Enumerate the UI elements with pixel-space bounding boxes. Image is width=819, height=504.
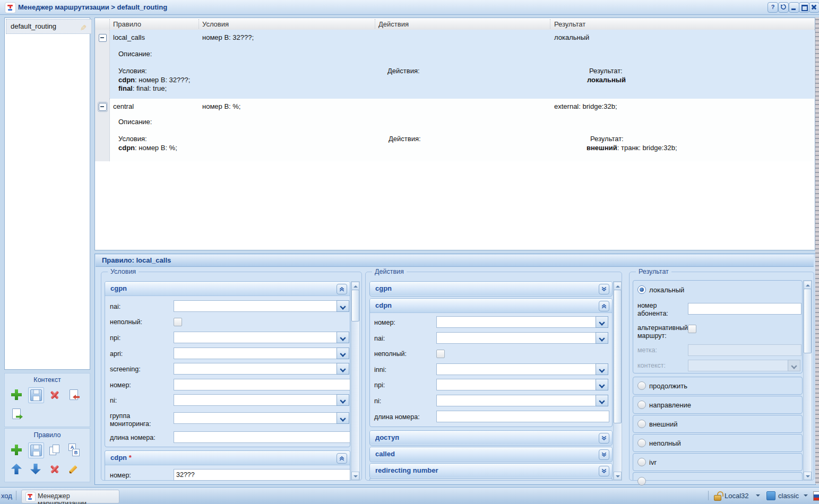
actions-cdpn-number-combo[interactable] — [436, 316, 608, 328]
chevron-down-icon[interactable] — [596, 395, 608, 406]
delete-rule-button[interactable] — [47, 462, 62, 476]
scroll-down-button[interactable] — [614, 472, 622, 480]
grid-row-central[interactable]: central номер B: %; external: bridge:32b… — [95, 99, 814, 161]
scrollbar-thumb[interactable] — [351, 290, 359, 321]
scroll-up-button[interactable] — [351, 282, 359, 290]
conditions-scrollbar[interactable] — [351, 281, 360, 481]
alt-route-checkbox[interactable] — [688, 325, 696, 333]
rename-rule-button[interactable] — [66, 442, 81, 457]
close-button[interactable] — [809, 2, 819, 13]
cdpn-panel-header[interactable]: cdpn — [370, 299, 612, 313]
delete-context-button[interactable] — [47, 387, 62, 402]
result-ivr-radio[interactable] — [637, 458, 646, 466]
move-rule-up-button[interactable] — [9, 462, 24, 476]
row-collapse-toggle[interactable] — [99, 34, 107, 42]
cgpn-nai-combo[interactable] — [174, 300, 349, 312]
scrollbar-thumb[interactable] — [614, 290, 622, 423]
scroll-down-button[interactable] — [804, 472, 812, 480]
column-header-result[interactable]: Результат — [554, 20, 585, 28]
cdpn-number-input[interactable] — [174, 469, 350, 481]
result-partial-radio[interactable] — [637, 477, 646, 485]
edit-rule-button[interactable] — [66, 462, 81, 476]
result-incomplete-radio[interactable] — [637, 439, 646, 447]
scroll-up-button[interactable] — [804, 281, 812, 289]
refresh-button[interactable] — [778, 2, 789, 13]
cgpn-panel-header[interactable]: cgpn — [105, 282, 350, 296]
actions-scrollbar[interactable] — [613, 281, 622, 481]
column-header-rule[interactable]: Правило — [113, 20, 141, 28]
chevron-down-icon[interactable] — [337, 363, 349, 375]
save-context-button[interactable] — [28, 387, 44, 403]
chevron-down-icon[interactable] — [337, 412, 349, 424]
cdpn-panel-header[interactable]: cdpn * — [105, 451, 350, 465]
chevron-down-icon[interactable] — [337, 332, 349, 343]
actions-legend: Действия — [372, 268, 407, 275]
redirecting-number-panel-header[interactable]: redirecting number — [370, 464, 612, 477]
collapse-panel-button[interactable] — [599, 301, 609, 311]
chevron-down-icon[interactable] — [596, 316, 608, 328]
cgpn-incomplete-checkbox[interactable] — [174, 318, 182, 326]
result-direction-radio[interactable] — [637, 401, 646, 409]
row-collapse-toggle[interactable] — [99, 103, 107, 111]
grid-row-local-calls[interactable]: local_calls номер B: 32???; локальный Оп… — [95, 30, 814, 99]
scrollbar-thumb[interactable] — [804, 289, 812, 353]
task-button-routing-manager[interactable]: Менеджер маршрутизации — [21, 490, 119, 503]
unlock-icon[interactable] — [713, 491, 722, 500]
column-header-conditions[interactable]: Условия — [202, 20, 229, 28]
cgpn-monitoring-group-combo[interactable] — [174, 412, 349, 424]
subscriber-number-input[interactable] — [688, 303, 801, 315]
called-panel-header[interactable]: called — [370, 447, 612, 461]
import-context-button[interactable] — [66, 387, 81, 402]
result-continue-radio[interactable] — [637, 381, 646, 390]
result-local-radio[interactable] — [637, 285, 646, 294]
chevron-down-icon[interactable] — [596, 379, 608, 390]
maximize-button[interactable] — [799, 2, 809, 13]
collapse-panel-button[interactable] — [337, 453, 347, 464]
collapse-panel-button[interactable] — [337, 284, 347, 294]
chevron-down-icon[interactable] — [337, 300, 349, 312]
cgpn-panel-header[interactable]: cgpn — [370, 282, 612, 296]
actions-cdpn-ni-combo[interactable] — [436, 395, 608, 406]
actions-cdpn-number-length-input[interactable] — [436, 411, 609, 422]
access-panel-header[interactable]: доступ — [370, 431, 612, 445]
chevron-down-icon[interactable] — [596, 363, 608, 375]
theme-selector-label[interactable]: classic — [778, 492, 799, 500]
chevron-down-icon[interactable] — [756, 494, 760, 499]
scroll-up-button[interactable] — [614, 282, 622, 290]
expand-panel-button[interactable] — [599, 433, 609, 444]
add-context-button[interactable] — [9, 387, 24, 402]
expand-panel-button[interactable] — [599, 466, 609, 476]
chevron-down-icon[interactable] — [596, 332, 608, 344]
exit-link[interactable]: ход — [1, 492, 12, 500]
language-flag-icon[interactable] — [813, 491, 819, 501]
scroll-down-button[interactable] — [351, 472, 359, 480]
cgpn-screening-combo[interactable] — [174, 363, 349, 375]
minimize-button[interactable] — [789, 2, 799, 13]
save-rule-button[interactable] — [28, 442, 44, 458]
expand-panel-button[interactable] — [599, 449, 609, 460]
theme-color-icon[interactable] — [766, 491, 775, 500]
result-scrollbar[interactable] — [803, 280, 812, 481]
move-rule-down-button[interactable] — [28, 462, 43, 476]
export-context-button[interactable] — [9, 406, 24, 421]
cgpn-apri-combo[interactable] — [174, 347, 349, 359]
help-button[interactable]: ? — [768, 2, 778, 13]
result-external-radio[interactable] — [637, 420, 646, 428]
column-header-actions[interactable]: Действия — [378, 20, 409, 28]
add-rule-button[interactable] — [9, 442, 24, 457]
copy-rule-button[interactable] — [47, 442, 62, 457]
actions-cdpn-npi-combo[interactable] — [436, 379, 608, 390]
context-list-item-default-routing[interactable]: default_routing ✎ — [6, 19, 92, 34]
lock-selector-label[interactable]: Local32 — [725, 492, 749, 500]
actions-cdpn-incomplete-checkbox[interactable] — [436, 350, 445, 358]
expand-panel-button[interactable] — [599, 284, 609, 294]
actions-cdpn-inni-combo[interactable] — [436, 363, 608, 375]
chevron-down-icon[interactable] — [337, 394, 349, 406]
cgpn-ni-combo[interactable] — [174, 394, 349, 406]
cgpn-number-length-input[interactable] — [174, 431, 350, 443]
chevron-down-icon[interactable] — [337, 347, 349, 359]
chevron-down-icon[interactable] — [804, 494, 808, 499]
cgpn-npi-combo[interactable] — [174, 332, 349, 343]
cgpn-number-input[interactable] — [174, 379, 350, 390]
actions-cdpn-nai-combo[interactable] — [436, 332, 608, 344]
